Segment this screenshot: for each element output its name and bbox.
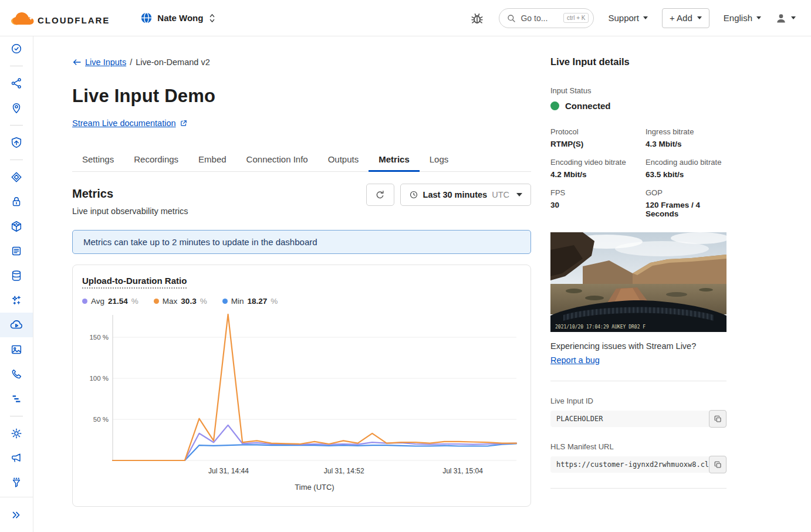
legend-value: 21.54 [108, 297, 128, 306]
clock-icon [409, 190, 418, 199]
sidebar-item-traffic[interactable] [0, 71, 33, 96]
traffic-share-icon [10, 77, 23, 90]
live-input-details-panel: Live Input details Input Status Connecte… [550, 56, 726, 489]
breadcrumb-separator: / [130, 57, 132, 67]
tab-outputs[interactable]: Outputs [318, 147, 369, 171]
sidebar-item-notifications[interactable] [0, 446, 33, 470]
copy-hls-url-button[interactable] [709, 456, 726, 473]
live-preview-thumbnail: 2021/10/20 17:04:29 AUKEY DR02 F [550, 232, 726, 332]
tab-recordings[interactable]: Recordings [124, 147, 188, 171]
calls-phone-icon [10, 368, 23, 381]
video-timestamp-overlay: 2021/10/20 17:04:29 AUKEY DR02 F [555, 324, 646, 330]
status-value: Connected [565, 101, 611, 111]
support-menu[interactable]: Support [608, 13, 648, 23]
queues-box-icon [10, 245, 23, 257]
sidebar-divider [10, 66, 23, 66]
tab-embed[interactable]: Embed [188, 147, 236, 171]
sidebar-item-stream[interactable] [0, 313, 33, 337]
tab-connection-info[interactable]: Connection Info [236, 147, 318, 171]
field-ingress-bitrate: Ingress bitrate 4.3 Mbit/s [646, 127, 726, 148]
search-shortcut-badge: ctrl + K [563, 13, 589, 23]
sidebar-item-time-clock[interactable] [0, 36, 33, 61]
field-label: Encoding video bitrate [550, 158, 646, 167]
breadcrumb-current: Live-on-Demand v2 [136, 57, 210, 67]
chevron-down-icon [756, 16, 761, 19]
back-arrow-icon [72, 58, 82, 66]
breadcrumb-back-link[interactable]: Live Inputs [72, 57, 126, 67]
sidebar-item-security[interactable] [0, 130, 33, 155]
sidebar-item-ssl[interactable] [0, 189, 33, 214]
global-search-input[interactable]: Go to... ctrl + K [499, 8, 594, 28]
input-status-label: Input Status [550, 86, 726, 95]
account-switcher[interactable]: Nate Wong [140, 12, 217, 24]
documentation-link[interactable]: Stream Live documentation [72, 118, 188, 128]
page-title: Live Input Demo [72, 86, 531, 107]
copy-icon [714, 415, 722, 423]
input-status-row: Connected [550, 101, 726, 111]
sidebar-item-funnel[interactable] [0, 470, 33, 495]
metrics-info-banner: Metrics can take up to 2 minutes to upda… [72, 230, 531, 254]
sidebar-item-images[interactable] [0, 337, 33, 362]
sidebar-item-calls[interactable] [0, 362, 33, 387]
sidebar-item-ai[interactable] [0, 288, 33, 313]
sidebar-item-workers[interactable] [0, 214, 33, 239]
field-label: Encoding audio bitrate [646, 158, 726, 167]
ai-sparkles-icon [10, 294, 23, 307]
ssl-lock-icon [10, 195, 23, 208]
sidebar-item-queues[interactable] [0, 239, 33, 263]
field-label: GOP [646, 188, 726, 197]
chevron-down-icon [697, 16, 702, 19]
legend-unit: % [131, 297, 138, 306]
tab-settings[interactable]: Settings [72, 147, 124, 171]
chart-area[interactable]: 50 %100 %150 %Jul 31, 14:44Jul 31, 14:52… [82, 314, 521, 498]
field-value: RTMP(S) [550, 140, 646, 148]
legend-name: Max [163, 297, 178, 306]
tab-metrics[interactable]: Metrics [369, 147, 420, 171]
copy-input-id-button[interactable] [709, 410, 726, 428]
external-link-icon [180, 119, 188, 127]
report-bug-link[interactable]: Report a bug [550, 355, 600, 365]
tab-logs[interactable]: Logs [420, 147, 459, 171]
hls-manifest-url-value[interactable]: https://customer-igynxd2rwhmuoxw8.cloudf [550, 456, 726, 473]
metrics-heading: Metrics [72, 187, 188, 201]
chevron-down-icon [791, 16, 796, 19]
hls-manifest-url-row: https://customer-igynxd2rwhmuoxw8.cloudf [550, 456, 726, 473]
metrics-subheading: Live input observability metrics [72, 206, 188, 216]
tab-bar: Settings Recordings Embed Connection Inf… [72, 147, 531, 172]
svg-text:100 %: 100 % [89, 375, 109, 382]
field-value: 4.2 Mbit/s [550, 170, 646, 179]
sidebar-item-speed[interactable] [0, 165, 33, 189]
svg-text:Jul 31, 15:04: Jul 31, 15:04 [442, 467, 483, 475]
search-icon [506, 13, 516, 23]
svg-text:150 %: 150 % [89, 334, 109, 341]
refresh-button[interactable] [366, 184, 394, 206]
add-button[interactable]: + Add [662, 8, 709, 28]
user-menu[interactable] [775, 12, 796, 24]
cloudflare-logo[interactable]: CLOUDFLARE [9, 9, 110, 27]
field-video-bitrate: Encoding video bitrate 4.2 Mbit/s [550, 158, 646, 179]
top-header: CLOUDFLARE Nate Wong [0, 0, 811, 36]
live-input-id-value[interactable]: PLACEHOLDER [550, 411, 726, 427]
time-range-dropdown[interactable]: Last 30 minutes UTC [400, 184, 531, 206]
sidebar-collapse[interactable] [0, 497, 33, 532]
globe-icon [140, 12, 153, 24]
field-gop: GOP 120 Frames / 4 Seconds [646, 188, 726, 218]
svg-text:Jul 31, 14:52: Jul 31, 14:52 [324, 467, 364, 475]
main-content: Live Inputs / Live-on-Demand v2 Live Inp… [72, 36, 531, 507]
search-placeholder: Go to... [521, 13, 548, 23]
bug-report-icon[interactable] [469, 10, 485, 26]
sidebar-item-settings[interactable] [0, 421, 33, 446]
chart-card: Upload-to-Duration Ratio Avg 21.54 % Max… [72, 265, 531, 507]
language-label: English [724, 13, 752, 23]
sidebar-item-location[interactable] [0, 96, 33, 120]
chart-legend: Avg 21.54 % Max 30.3 % Min 18.27 % [82, 297, 521, 306]
legend-name: Min [231, 297, 244, 306]
language-menu[interactable]: English [724, 13, 761, 23]
copy-icon [714, 460, 722, 469]
sidebar-item-database[interactable] [0, 263, 33, 288]
live-input-id-row: PLACEHOLDER [550, 411, 726, 427]
chevron-down-icon [516, 193, 522, 196]
legend-value: 30.3 [181, 297, 196, 306]
field-value: 30 [550, 201, 646, 209]
sidebar-item-analytics[interactable] [0, 387, 33, 411]
